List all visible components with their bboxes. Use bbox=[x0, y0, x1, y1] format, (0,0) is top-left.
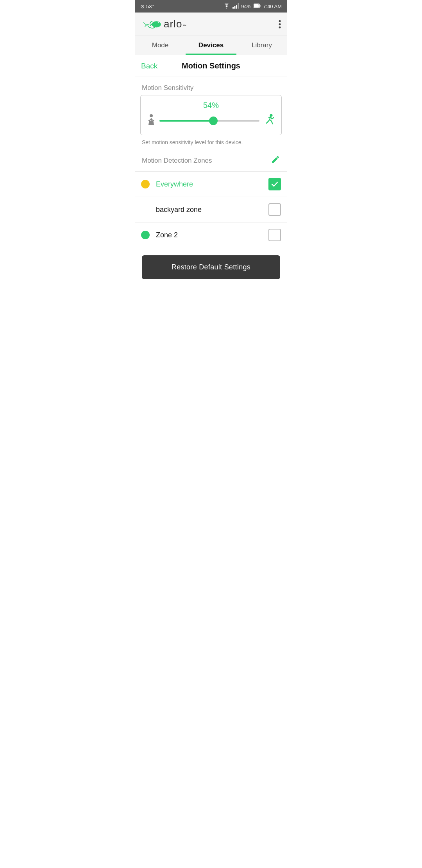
zone-name-backyard: backyard zone bbox=[156, 206, 262, 214]
motion-sensitivity-label: Motion Sensitivity bbox=[135, 77, 287, 95]
tab-devices[interactable]: Devices bbox=[186, 36, 236, 55]
arlo-bird-icon bbox=[141, 16, 161, 32]
person-icon bbox=[147, 114, 156, 128]
svg-rect-2 bbox=[236, 5, 237, 9]
content: Motion Sensitivity 54% bbox=[135, 77, 287, 289]
slider-thumb[interactable] bbox=[209, 117, 218, 125]
signal-icon bbox=[232, 3, 239, 10]
time: 7:40 AM bbox=[263, 4, 282, 9]
logo-tm: ™ bbox=[182, 24, 186, 28]
svg-point-13 bbox=[279, 26, 281, 28]
zone-dot-everywhere bbox=[141, 180, 150, 188]
logo: arlo ™ bbox=[141, 16, 186, 32]
zone-checkbox-backyard[interactable] bbox=[268, 203, 281, 216]
back-bar: Back Motion Settings bbox=[135, 55, 287, 77]
battery-percent: 94% bbox=[241, 4, 251, 9]
svg-point-18 bbox=[270, 114, 273, 117]
app-header: arlo ™ bbox=[135, 13, 287, 36]
zone-row-everywhere[interactable]: Everywhere bbox=[135, 171, 287, 197]
svg-point-10 bbox=[159, 22, 159, 22]
tab-library[interactable]: Library bbox=[236, 36, 287, 55]
detection-zones-label: Motion Detection Zones bbox=[142, 157, 212, 165]
tab-bar: Mode Devices Library bbox=[135, 36, 287, 55]
slider-fill bbox=[159, 120, 213, 122]
status-circle-icon: ⊙ bbox=[140, 4, 145, 9]
svg-rect-5 bbox=[254, 4, 259, 7]
more-menu-button[interactable] bbox=[279, 20, 281, 29]
zone-checkbox-zone2[interactable] bbox=[268, 229, 281, 241]
svg-rect-6 bbox=[260, 5, 261, 7]
zone-row-backyard[interactable]: backyard zone bbox=[135, 197, 287, 222]
slider-card: 54% bbox=[140, 95, 282, 135]
svg-point-7 bbox=[152, 21, 161, 27]
wifi-icon bbox=[223, 3, 230, 10]
slider-hint: Set motion sensitivity level for this de… bbox=[135, 135, 287, 148]
restore-default-button[interactable]: Restore Default Settings bbox=[142, 255, 280, 279]
zone-name-everywhere: Everywhere bbox=[156, 180, 262, 188]
slider-percent: 54% bbox=[147, 101, 275, 110]
svg-rect-3 bbox=[238, 3, 239, 9]
slider-track[interactable] bbox=[159, 120, 259, 122]
battery-icon bbox=[254, 4, 261, 9]
back-button[interactable]: Back bbox=[141, 62, 165, 70]
tab-mode[interactable]: Mode bbox=[135, 36, 186, 55]
running-person-icon bbox=[263, 114, 275, 128]
zone-dot-backyard bbox=[141, 205, 150, 214]
page-title: Motion Settings bbox=[165, 61, 257, 70]
svg-point-11 bbox=[279, 20, 281, 22]
svg-rect-0 bbox=[232, 7, 234, 9]
restore-button-wrapper: Restore Default Settings bbox=[135, 247, 287, 289]
detection-header: Motion Detection Zones bbox=[135, 148, 287, 171]
svg-rect-1 bbox=[234, 6, 236, 9]
zone-name-zone2: Zone 2 bbox=[156, 231, 262, 239]
zone-row-zone2[interactable]: Zone 2 bbox=[135, 222, 287, 247]
zone-checkbox-everywhere[interactable] bbox=[268, 178, 281, 190]
logo-text: arlo bbox=[164, 18, 182, 30]
svg-point-12 bbox=[279, 23, 281, 25]
edit-zones-button[interactable] bbox=[271, 155, 280, 167]
status-bar: ⊙ 53° 94% 7 bbox=[135, 0, 287, 13]
svg-point-14 bbox=[150, 114, 153, 117]
zone-dot-zone2 bbox=[141, 231, 150, 239]
temperature: 53° bbox=[146, 4, 154, 9]
